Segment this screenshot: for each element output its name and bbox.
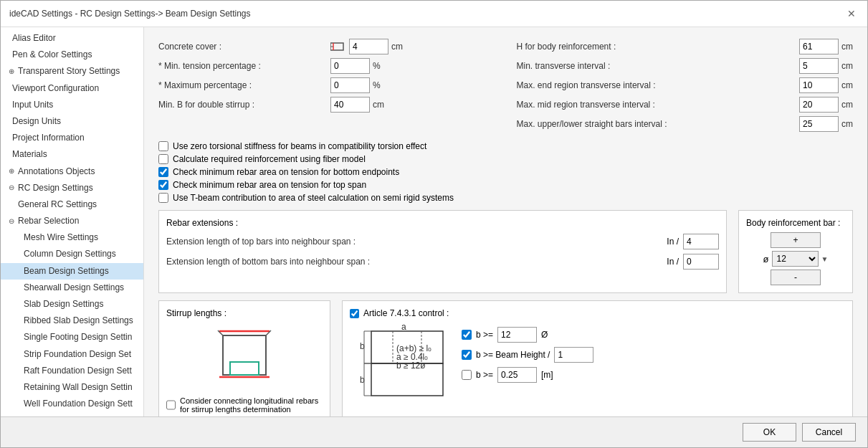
- sidebar-item-beam-design[interactable]: Beam Design Settings: [1, 263, 143, 280]
- sidebar-item-annotations[interactable]: ⊕ Annotations Objects: [1, 163, 143, 180]
- article-diagram-svg: a b (a+b) ≥ l₀ a ≥ 0.4l₀ b ≥ 12ø: [350, 324, 450, 410]
- article-b3-checkbox[interactable]: [462, 370, 472, 380]
- body-reinf-plus-button[interactable]: +: [771, 232, 821, 248]
- checkbox-check-min-bottom[interactable]: [158, 167, 168, 177]
- article-b1-suffix: Ø: [541, 330, 548, 340]
- ok-button[interactable]: OK: [743, 423, 796, 442]
- h-body-reinf-unit: cm: [841, 42, 853, 52]
- checkbox-check-min-top[interactable]: [158, 180, 168, 190]
- max-upper-lower-input[interactable]: [799, 116, 839, 132]
- body-reinf-label: Body reinforcement bar :: [746, 218, 840, 228]
- sidebar-item-single-footing[interactable]: Single Footing Design Settin: [1, 329, 143, 345]
- min-tension-row: * Min. tension percentage : %: [158, 58, 495, 74]
- sidebar-item-input-units[interactable]: Input Units: [1, 97, 143, 113]
- article-b1-checkbox[interactable]: [462, 330, 472, 340]
- sidebar-item-design-units[interactable]: Design Units: [1, 113, 143, 130]
- sidebar-item-rc-design[interactable]: ⊖ RC Design Settings: [1, 180, 143, 196]
- article-b2-checkbox[interactable]: [462, 350, 472, 360]
- rebar-extensions-panel: Rebar extensions : Extension length of t…: [158, 210, 727, 293]
- min-tension-input[interactable]: [330, 58, 370, 74]
- sidebar: Alias Editor Pen & Color Settings ⊕ Tran…: [1, 27, 144, 416]
- sidebar-label-viewport: Viewport Configuration: [12, 82, 99, 95]
- bottom-bars-row: Extension length of bottom bars into nei…: [166, 254, 719, 270]
- body-reinf-diameter-select[interactable]: 12 8 10 14 16 18 20: [772, 251, 819, 267]
- sidebar-item-general-rc[interactable]: General RC Settings: [1, 196, 143, 213]
- article-b1-input[interactable]: [497, 327, 537, 343]
- article-b3-row: b >= [m]: [462, 367, 593, 383]
- sidebar-label-input-units: Input Units: [12, 98, 53, 112]
- sidebar-item-rebar-selection[interactable]: ⊖ Rebar Selection: [1, 213, 143, 229]
- checkbox-label-check-min-top: Check minimum rebar area on tension for …: [173, 180, 366, 190]
- sidebar-item-raft-foundation[interactable]: Raft Foundation Design Sett: [1, 363, 143, 379]
- article-main-checkbox[interactable]: [350, 309, 359, 318]
- article-b1-label: b >=: [476, 330, 493, 340]
- max-upper-lower-value-group: cm: [799, 116, 853, 132]
- sidebar-item-pen-color[interactable]: Pen & Color Settings: [1, 47, 143, 63]
- article-b3-suffix: [m]: [541, 370, 553, 380]
- sidebar-item-shearwall[interactable]: Shearwall Design Settings: [1, 280, 143, 296]
- sidebar-item-transparent-story[interactable]: ⊕ Transparent Story Settings: [1, 63, 143, 80]
- stirrup-article-section: Stirrup lengths :: [158, 300, 853, 416]
- sidebar-label-single-footing: Single Footing Design Settin: [24, 330, 132, 344]
- content-area: Alias Editor Pen & Color Settings ⊕ Tran…: [1, 27, 867, 416]
- sidebar-item-viewport[interactable]: Viewport Configuration: [1, 80, 143, 97]
- min-b-double-input[interactable]: [330, 97, 370, 113]
- sidebar-label-general-rc: General RC Settings: [18, 198, 97, 211]
- sidebar-item-slab-design[interactable]: Slab Design Settings: [1, 296, 143, 313]
- sidebar-item-mesh-wire[interactable]: Mesh Wire Settings: [1, 229, 143, 246]
- sidebar-label-rc-design: RC Design Settings: [18, 181, 93, 195]
- min-tension-label: * Min. tension percentage :: [158, 61, 330, 71]
- window-title: ideCAD Settings - RC Design Settings-> B…: [9, 9, 251, 19]
- checkbox-zero-torsional[interactable]: [158, 141, 168, 151]
- stirrup-checkbox[interactable]: [166, 400, 176, 410]
- bottom-bars-input[interactable]: [683, 254, 719, 270]
- sidebar-label-beam-design: Beam Design Settings: [24, 264, 109, 278]
- close-button[interactable]: ✕: [844, 6, 859, 21]
- max-percentage-label: * Maximum percentage :: [158, 80, 330, 90]
- checkbox-calculate-required[interactable]: [158, 154, 168, 164]
- min-transverse-unit: cm: [841, 61, 853, 71]
- article-b2-input[interactable]: [554, 347, 593, 363]
- stirrup-checkbox-label: Consider connecting longitudinal rebars …: [180, 396, 323, 414]
- article-b2-label: b >= Beam Height /: [476, 350, 550, 360]
- body-reinf-minus-button[interactable]: -: [771, 270, 821, 285]
- max-end-region-input[interactable]: [799, 77, 839, 93]
- concrete-cover-input[interactable]: [349, 39, 388, 54]
- footer: OK Cancel: [1, 416, 867, 447]
- max-mid-region-label: Max. mid region transverse interval :: [517, 100, 800, 110]
- sidebar-label-raft-foundation: Raft Foundation Design Sett: [24, 364, 132, 378]
- concrete-cover-value-group: cm: [330, 39, 403, 54]
- sidebar-item-project-info[interactable]: Project Information: [1, 130, 143, 146]
- sidebar-item-materials[interactable]: Materials: [1, 146, 143, 163]
- checkbox-use-tbeam[interactable]: [158, 193, 168, 203]
- max-mid-region-input[interactable]: [799, 97, 839, 113]
- h-body-reinf-label: H for body reinforcement :: [517, 42, 800, 52]
- checkbox-label-zero-torsional: Use zero torsional stiffness for beams i…: [173, 141, 426, 151]
- min-transverse-row: Min. transverse interval : cm: [517, 58, 854, 74]
- h-body-reinf-input[interactable]: [799, 39, 839, 54]
- h-body-reinf-row: H for body reinforcement : cm: [517, 39, 854, 54]
- svg-rect-5: [230, 362, 259, 375]
- article-b3-input[interactable]: [497, 367, 537, 383]
- sidebar-item-well-foundation[interactable]: Well Foundation Design Sett: [1, 396, 143, 412]
- sidebar-item-retaining-wall[interactable]: Retaining Wall Design Settin: [1, 379, 143, 396]
- max-upper-lower-label: Max. upper/lower straight bars interval …: [517, 119, 800, 129]
- sidebar-item-alias-editor[interactable]: Alias Editor: [1, 30, 143, 47]
- checkbox-label-check-min-bottom: Check minimum rebar area on tension for …: [173, 167, 399, 177]
- sidebar-item-column-design[interactable]: Column Design Settings: [1, 246, 143, 262]
- expand-icon-rc: ⊖: [6, 183, 16, 193]
- checkbox-row-check-min-bottom: Check minimum rebar area on tension for …: [158, 167, 853, 177]
- sidebar-label-well-foundation: Well Foundation Design Sett: [24, 397, 133, 411]
- article-controls: b >= Ø b >= Beam Height /: [462, 324, 593, 383]
- concrete-cover-row: Concrete cover : cm: [158, 39, 495, 54]
- max-upper-lower-row: Max. upper/lower straight bars interval …: [517, 116, 854, 132]
- top-bars-input[interactable]: [683, 234, 719, 249]
- sidebar-item-strip-foundation[interactable]: Strip Foundation Design Set: [1, 346, 143, 363]
- article-title-row: Article 7.4.3.1 control :: [350, 308, 845, 318]
- min-transverse-label: Min. transverse interval :: [517, 61, 800, 71]
- sidebar-item-ribbed-slab[interactable]: Ribbed Slab Design Settings: [1, 313, 143, 329]
- min-transverse-input[interactable]: [799, 58, 839, 74]
- min-b-double-unit: cm: [373, 100, 384, 110]
- max-percentage-input[interactable]: [330, 77, 370, 93]
- cancel-button[interactable]: Cancel: [802, 423, 856, 442]
